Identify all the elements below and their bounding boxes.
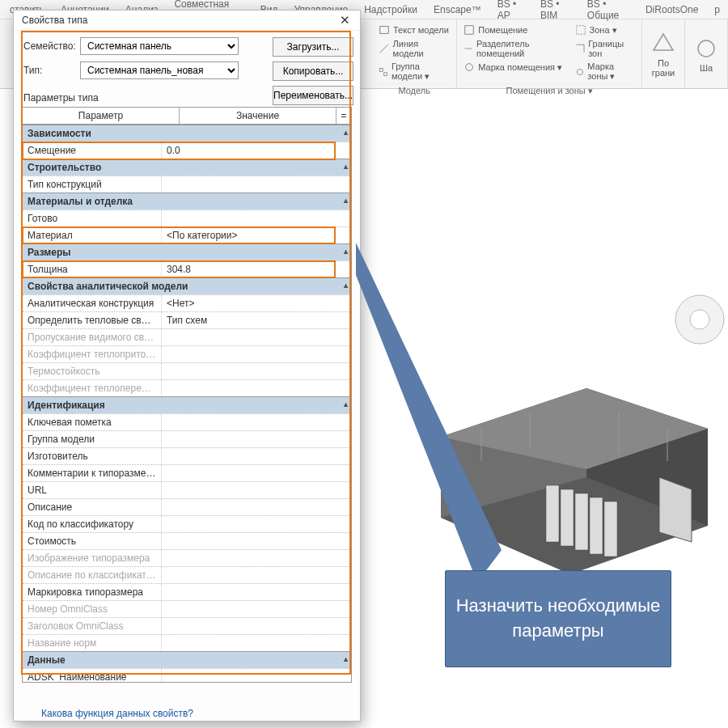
param-row[interactable]: Материал<По категории> (23, 226, 351, 243)
section-header[interactable]: Зависимости▴ (23, 125, 351, 142)
param-row[interactable]: Название норм (23, 634, 351, 651)
param-value[interactable] (162, 363, 351, 379)
btn-model-line[interactable]: Линия модели (379, 37, 450, 60)
param-value[interactable] (162, 431, 351, 447)
param-value[interactable]: <Нет> (162, 295, 351, 311)
param-value[interactable]: 304.8 (162, 261, 351, 277)
panel-model: Текст модели Линия модели Группа модели … (372, 19, 457, 88)
panel-byface[interactable]: По грани (642, 19, 685, 88)
param-row[interactable]: Стоимость (23, 532, 351, 549)
btn-room-sep[interactable]: Разделитель помещений (463, 37, 563, 60)
collapse-icon[interactable]: ▴ (344, 654, 348, 663)
param-value[interactable]: Тип схем (162, 312, 351, 328)
ribbon-tab[interactable]: Надстройки (356, 1, 425, 19)
param-name: Изготовитель (23, 448, 162, 464)
btn-room[interactable]: Помещение (463, 23, 563, 37)
collapse-icon[interactable]: ▴ (344, 162, 348, 171)
param-row[interactable]: Коэффициент теплопередачи ( (23, 379, 351, 396)
param-row[interactable]: URL (23, 481, 351, 498)
param-name: URL (23, 482, 162, 498)
param-row[interactable]: Коэффициент теплопритока от (23, 345, 351, 362)
svg-rect-1 (379, 68, 383, 71)
param-value[interactable] (162, 669, 351, 683)
ribbon-tab[interactable]: DiRootsOne (637, 1, 706, 19)
section-header[interactable]: Данные▴ (23, 651, 351, 668)
section-header[interactable]: Строительство▴ (23, 159, 351, 176)
param-name: Заголовок OmniClass (23, 618, 162, 634)
param-value[interactable] (162, 618, 351, 634)
param-row[interactable]: Заголовок OmniClass (23, 617, 351, 634)
collapse-icon[interactable]: ▴ (344, 196, 348, 205)
param-value[interactable] (162, 448, 351, 464)
param-value[interactable] (162, 635, 351, 651)
btn-zone-bound[interactable]: Границы зон (575, 37, 635, 60)
help-link[interactable]: Какова функция данных свойств? (41, 708, 193, 719)
param-value[interactable]: 0.0 (162, 142, 351, 159)
param-row[interactable]: Описание по классификатору (23, 566, 351, 583)
param-value[interactable] (162, 176, 351, 193)
section-header[interactable]: Свойства аналитической модели▴ (23, 277, 351, 294)
param-value[interactable] (162, 533, 351, 549)
col-value[interactable]: Значение (180, 108, 336, 124)
param-row[interactable]: Описание (23, 498, 351, 515)
param-row[interactable]: Пропускание видимого света (23, 328, 351, 345)
collapse-icon[interactable]: ▴ (344, 128, 348, 137)
btn-room-tag[interactable]: Марка помещения ▾ (463, 60, 563, 74)
btn-zone[interactable]: Зона ▾ (575, 23, 635, 37)
param-value[interactable] (162, 210, 351, 226)
rename-button[interactable]: Переименовать... (273, 86, 353, 105)
close-icon[interactable]: ✕ (336, 13, 353, 28)
type-select[interactable]: Системная панель_новая (80, 61, 239, 79)
col-eq[interactable]: = (336, 108, 351, 124)
param-row[interactable]: Готово (23, 210, 351, 226)
ribbon-tab[interactable]: Enscape™ (425, 1, 489, 19)
param-row[interactable]: Толщина304.8 (23, 260, 351, 277)
btn-zone-tag[interactable]: Марка зоны ▾ (575, 60, 635, 83)
col-param[interactable]: Параметр (23, 108, 180, 124)
param-value[interactable] (162, 329, 351, 345)
section-header[interactable]: Размеры▴ (23, 243, 351, 260)
param-value[interactable] (162, 550, 351, 566)
param-row[interactable]: Смещение0.0 (23, 142, 351, 159)
param-row[interactable]: Маркировка типоразмера (23, 583, 351, 600)
copy-button[interactable]: Копировать... (273, 61, 353, 81)
grid-body[interactable]: Зависимости▴Смещение0.0Строительство▴Тип… (22, 125, 352, 683)
btn-model-text[interactable]: Текст модели (379, 23, 450, 37)
btn-model-group[interactable]: Группа модели ▾ (379, 60, 450, 83)
param-row[interactable]: Изображение типоразмера (23, 549, 351, 566)
param-value[interactable] (162, 499, 351, 515)
section-header[interactable]: Материалы и отделка▴ (23, 193, 351, 210)
param-row[interactable]: Ключевая пометка (23, 413, 351, 430)
viewport-3d[interactable] (364, 97, 728, 582)
param-value[interactable] (162, 601, 351, 617)
param-value[interactable] (162, 380, 351, 396)
panel-extra[interactable]: Ша (685, 19, 728, 88)
family-select[interactable]: Системная панель (80, 37, 239, 55)
param-value[interactable] (162, 482, 351, 498)
ribbon-tab[interactable]: p (706, 1, 728, 19)
param-row[interactable]: Термостойкость (23, 362, 351, 379)
param-row[interactable]: ADSK_Наименование (23, 668, 351, 683)
param-row[interactable]: Изготовитель (23, 447, 351, 464)
collapse-icon[interactable]: ▴ (344, 281, 348, 290)
param-value[interactable]: <По категории> (162, 227, 351, 243)
section-header[interactable]: Идентификация▴ (23, 396, 351, 413)
param-name: Стоимость (23, 533, 162, 549)
param-row[interactable]: Комментарии к типоразмеру (23, 464, 351, 481)
param-row[interactable]: Номер OmniClass (23, 600, 351, 617)
param-value[interactable] (162, 567, 351, 583)
load-button[interactable]: Загрузить... (273, 37, 353, 57)
param-row[interactable]: Код по классификатору (23, 515, 351, 532)
param-value[interactable] (162, 584, 351, 600)
param-value[interactable] (162, 346, 351, 362)
collapse-icon[interactable]: ▴ (344, 400, 348, 408)
param-value[interactable] (162, 516, 351, 532)
param-row[interactable]: Определить тепловые свойстваТип схем (23, 311, 351, 328)
param-value[interactable] (162, 465, 351, 481)
param-row[interactable]: Тип конструкций (23, 176, 351, 193)
param-value[interactable] (162, 414, 351, 430)
collapse-icon[interactable]: ▴ (344, 247, 348, 256)
param-row[interactable]: Аналитическая конструкция<Нет> (23, 294, 351, 311)
svg-rect-0 (380, 27, 389, 34)
param-row[interactable]: Группа модели (23, 430, 351, 447)
